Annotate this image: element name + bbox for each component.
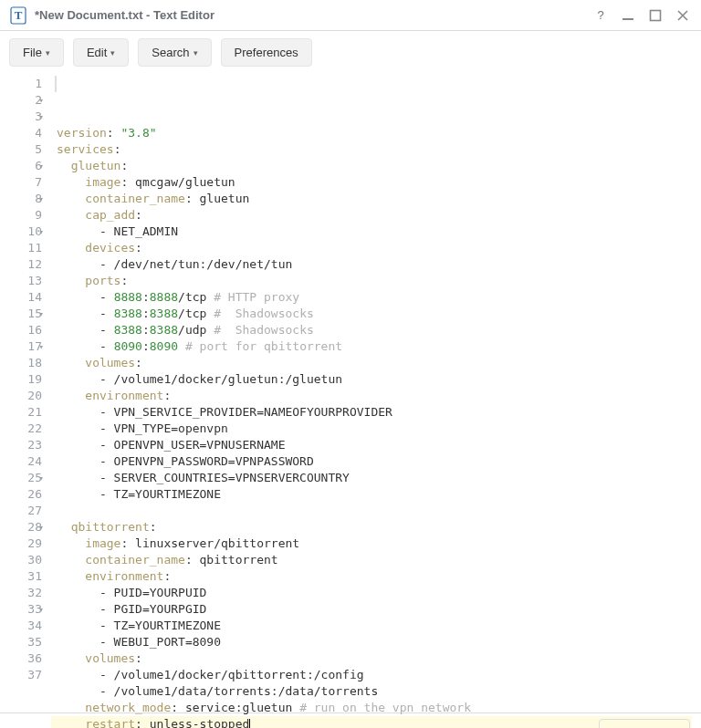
help-icon[interactable]: ? [591, 6, 610, 25]
line-number: 10▾ [5, 224, 42, 240]
line-number: 29 [5, 536, 42, 552]
code-line[interactable]: - TZ=YOURTIMEZONE [57, 618, 701, 634]
line-number: 30 [5, 552, 42, 568]
code-line[interactable]: environment: [57, 388, 701, 404]
code-line[interactable]: - /volume1/docker/gluetun:/gluetun [57, 371, 701, 388]
svg-rect-3 [651, 10, 661, 20]
line-number: 35 [5, 634, 42, 650]
code-line[interactable]: - /volume1/docker/qbittorrent:/config [57, 667, 701, 683]
code-line[interactable]: - WEBUI_PORT=8090 [57, 634, 701, 650]
menu-edit[interactable]: Edit▾ [73, 38, 129, 67]
line-number: 37 [5, 667, 42, 683]
fold-toggle-icon[interactable]: ▾ [39, 158, 44, 174]
chevron-down-icon: ▾ [110, 48, 115, 57]
code-line[interactable]: - /dev/net/tun:/dev/net/tun [57, 256, 701, 273]
line-number: 16 [5, 322, 42, 338]
line-number: 27 [5, 503, 42, 519]
code-line[interactable]: - NET_ADMIN [57, 224, 701, 240]
line-number: 22 [5, 421, 42, 437]
line-number: 4 [5, 125, 42, 141]
code-line[interactable]: - 8888:8888/tcp # HTTP proxy [57, 289, 701, 306]
fold-toggle-icon[interactable]: ▾ [39, 92, 44, 109]
minimize-icon[interactable] [619, 6, 637, 25]
code-line[interactable]: - 8090:8090 # port for qbittorrent [57, 338, 701, 355]
close-icon[interactable] [674, 6, 692, 25]
menu-file[interactable]: File▾ [9, 38, 64, 67]
line-number: 1 [5, 76, 42, 92]
fold-toggle-icon[interactable]: ▾ [39, 306, 44, 322]
code-line[interactable]: - TZ=YOURTIMEZONE [57, 486, 701, 503]
code-line[interactable]: version: "3.8" [57, 125, 701, 141]
code-line[interactable]: container_name: gluetun [57, 191, 701, 207]
menubar: File▾ Edit▾ Search▾ Preferences [0, 31, 701, 74]
code-line[interactable]: - OPENVPN_PASSWORD=VPNPASSWORD [57, 453, 701, 470]
code-line[interactable]: - PUID=YOURPUID [57, 585, 701, 601]
svg-rect-2 [623, 18, 633, 20]
maximize-icon[interactable] [646, 6, 664, 25]
fold-toggle-icon[interactable]: ▾ [39, 470, 44, 486]
line-number: 9 [5, 207, 42, 224]
code-line[interactable]: - /volume1/data/torrents:/data/torrents [57, 683, 701, 700]
window-title: *New Document.txt - Text Editor [35, 8, 582, 22]
line-number: 23 [5, 437, 42, 453]
line-number: 11 [5, 240, 42, 256]
fold-toggle-icon[interactable]: ▾ [39, 109, 44, 125]
fold-toggle-icon[interactable]: ▾ [39, 224, 44, 240]
titlebar: T *New Document.txt - Text Editor ? [0, 0, 701, 31]
code-line[interactable]: environment: [57, 568, 701, 585]
code-line[interactable]: container_name: qbittorrent [57, 552, 701, 568]
code-line[interactable]: - 8388:8388/tcp # Shadowsocks [57, 306, 701, 322]
line-number: 36 [5, 650, 42, 667]
chevron-down-icon: ▾ [194, 48, 198, 57]
code-line[interactable]: image: linuxserver/qbittorrent [57, 536, 701, 552]
line-number: 34 [5, 618, 42, 634]
code-line[interactable]: network_mode: service:gluetun # run on t… [57, 700, 701, 716]
code-line[interactable]: devices: [57, 240, 701, 256]
text-caret [249, 719, 250, 729]
line-number: 13 [5, 273, 42, 289]
menu-search[interactable]: Search▾ [138, 38, 211, 67]
line-number: 28▾ [5, 519, 42, 536]
line-number: 5 [5, 141, 42, 158]
line-number: 18 [5, 355, 42, 371]
code-line[interactable]: image: qmcgaw/gluetun [57, 174, 701, 191]
code-line[interactable] [57, 503, 701, 519]
editor: 12▾3▾456▾78▾910▾1112131415▾1617▾18192021… [0, 74, 701, 712]
fold-toggle-icon[interactable]: ▾ [39, 519, 44, 536]
line-number: 6▾ [5, 158, 42, 174]
code-line[interactable]: cap_add: [57, 207, 701, 224]
line-number: 14 [5, 289, 42, 306]
line-number: 7 [5, 174, 42, 191]
code-line[interactable]: - OPENVPN_USER=VPNUSERNAME [57, 437, 701, 453]
code-line[interactable]: gluetun: [57, 158, 701, 174]
line-number: 32 [5, 585, 42, 601]
chevron-down-icon: ▾ [46, 48, 50, 57]
code-textarea[interactable]: version: "3.8"services: gluetun: image: … [51, 74, 701, 712]
code-line[interactable]: - VPN_SERVICE_PROVIDER=NAMEOFYOURPROVIDE… [57, 404, 701, 421]
code-line[interactable]: services: [57, 141, 701, 158]
fold-toggle-icon[interactable]: ▾ [39, 191, 44, 207]
line-number: 17▾ [5, 338, 42, 355]
line-number: 12 [5, 256, 42, 273]
line-number: 8▾ [5, 191, 42, 207]
fold-toggle-icon[interactable]: ▾ [39, 601, 44, 618]
code-line[interactable]: volumes: [57, 650, 701, 667]
code-line[interactable]: - SERVER_COUNTRIES=VPNSERVERCOUNTRY [57, 470, 701, 486]
code-line[interactable]: qbittorrent: [57, 519, 701, 536]
code-line[interactable]: - 8388:8388/udp # Shadowsocks [57, 322, 701, 338]
line-number: 15▾ [5, 306, 42, 322]
menu-preferences[interactable]: Preferences [221, 38, 312, 67]
fold-toggle-icon[interactable]: ▾ [39, 338, 44, 355]
code-line[interactable]: restart: unless-stopped [51, 716, 692, 728]
line-number: 24 [5, 453, 42, 470]
code-line[interactable]: volumes: [57, 355, 701, 371]
code-line[interactable]: - PGID=YOURPGID [57, 601, 701, 618]
code-line[interactable]: - VPN_TYPE=openvpn [57, 421, 701, 437]
line-number: 25▾ [5, 470, 42, 486]
line-number: 26 [5, 486, 42, 503]
language-select[interactable]: YAML [599, 719, 690, 728]
line-number: 2▾ [5, 92, 42, 109]
line-number: 20 [5, 388, 42, 404]
code-line[interactable]: ports: [57, 273, 701, 289]
current-line-indicator [55, 76, 57, 92]
